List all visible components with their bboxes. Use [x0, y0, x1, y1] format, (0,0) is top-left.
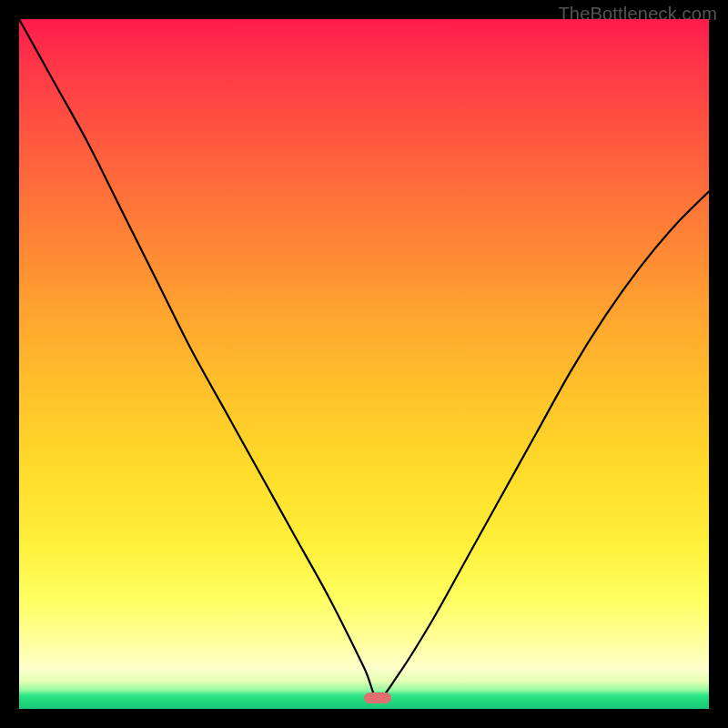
plot-area [19, 19, 709, 709]
minimum-marker [364, 693, 391, 703]
curve-path [19, 19, 709, 698]
chart-frame: TheBottleneck.com [0, 0, 728, 728]
bottleneck-curve [19, 19, 709, 709]
